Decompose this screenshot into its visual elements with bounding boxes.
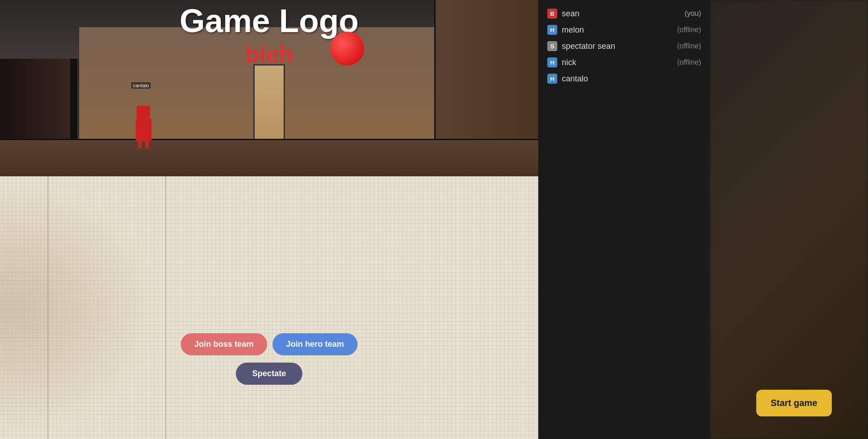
player-name: cantalo	[562, 74, 697, 84]
ground-divider-right	[165, 176, 166, 439]
spectate-button[interactable]: Spectate	[236, 363, 302, 385]
player-row: H cantalo	[547, 72, 701, 85]
character-head	[137, 106, 150, 118]
game-subtitle: bleh	[245, 41, 294, 68]
player-row: H melon (offline)	[547, 23, 701, 37]
join-hero-button[interactable]: Join hero team	[273, 333, 358, 355]
player-row: H nick (offline)	[547, 56, 701, 69]
player-row: B sean (you)	[547, 7, 701, 20]
character-nametag: cantalo	[131, 82, 151, 89]
start-game-button[interactable]: Start game	[756, 390, 832, 416]
player-status: (offline)	[677, 58, 701, 66]
doorway	[253, 64, 285, 141]
player-character: cantalo	[136, 118, 152, 141]
player-name: sean	[562, 9, 680, 19]
player-name: nick	[562, 58, 673, 67]
player-status: (offline)	[677, 42, 701, 50]
ground-left-decoration	[0, 176, 163, 439]
player-badge-spectator: S	[547, 41, 557, 51]
character-legs	[138, 141, 149, 148]
join-boss-button[interactable]: Join boss team	[180, 333, 267, 355]
floor	[0, 140, 538, 176]
player-status: (offline)	[677, 26, 701, 34]
player-status: (you)	[685, 9, 701, 18]
team-buttons-row: Join boss team Join hero team	[180, 333, 357, 355]
player-list: B sean (you) H melon (offline) S spectat…	[538, 0, 710, 95]
team-selection-area: Join boss team Join hero team Spectate	[180, 333, 357, 385]
player-name: spectator sean	[562, 42, 673, 51]
ground-area: Join boss team Join hero team Spectate	[0, 176, 538, 439]
sidebar-content: B sean (you) H melon (offline) S spectat…	[538, 0, 868, 95]
player-badge-hero: H	[547, 57, 557, 67]
ground-divider-left	[47, 176, 48, 439]
sidebar: B sean (you) H melon (offline) S spectat…	[538, 0, 868, 439]
player-name: melon	[562, 25, 673, 35]
player-row: S spectator sean (offline)	[547, 39, 701, 53]
game-scene: Game Logo bleh cantalo	[0, 0, 538, 176]
game-logo: Game Logo	[180, 2, 359, 39]
player-badge-hero: H	[547, 74, 557, 84]
player-badge-boss: B	[547, 9, 557, 19]
floor-line	[0, 139, 538, 140]
player-badge-hero: H	[547, 25, 557, 35]
game-area: Game Logo bleh cantalo Join boss team	[0, 0, 538, 439]
red-circle-decoration	[330, 32, 364, 66]
character-body	[136, 118, 152, 141]
